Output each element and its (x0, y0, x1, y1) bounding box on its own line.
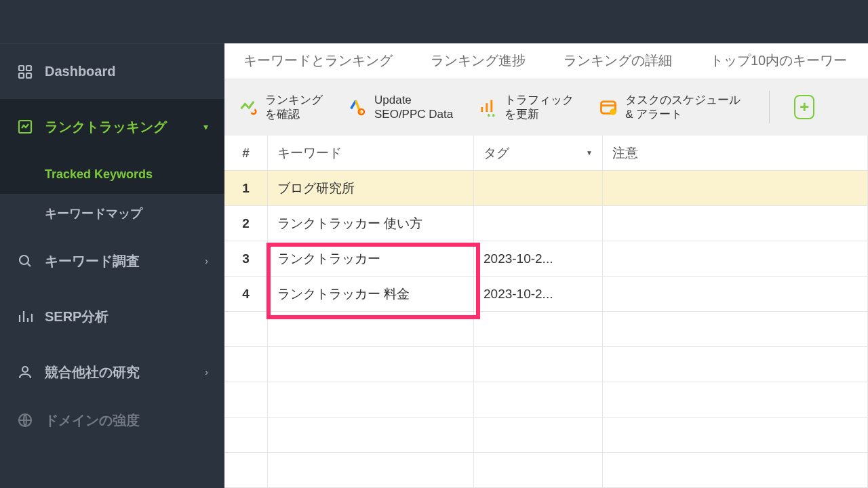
tab-keywords-ranking[interactable]: キーワードとランキング (224, 43, 412, 79)
table-row[interactable]: 3 ランクトラッカー 2023-10-2... (224, 241, 868, 277)
globe-icon (16, 411, 34, 429)
nav-dashboard[interactable]: Dashboard (0, 43, 224, 99)
tab-top10[interactable]: トップ10内のキーワー (691, 43, 866, 79)
cell-num: 1 (224, 171, 268, 205)
toolbar: ランキングを確認 UpdateSEO/PPC Data トラフィックを更新 タス… (224, 79, 868, 136)
nav-label: 競合他社の研究 (45, 363, 205, 382)
chevron-right-icon: › (205, 256, 208, 266)
update-traffic-button[interactable]: トラフィックを更新 (477, 93, 574, 122)
tool-label: ランキングを確認 (265, 93, 323, 122)
dropdown-icon: ▼ (586, 149, 593, 157)
tab-label: トップ10内のキーワー (710, 52, 847, 70)
cell-num: 2 (224, 206, 268, 241)
table-row[interactable]: 4 ランクトラッカー 料金 2023-10-2... (224, 277, 868, 312)
tab-ranking-progress[interactable]: ランキング進捗 (412, 43, 545, 79)
refresh-icon (347, 97, 368, 117)
traffic-icon (477, 97, 498, 117)
nav-rank-tracking[interactable]: ランクトラッキング ▾ (0, 99, 224, 155)
add-button[interactable]: + (794, 95, 814, 119)
cell-note (603, 171, 868, 205)
table-row (224, 382, 868, 418)
cell-keyword: ブログ研究所 (268, 171, 474, 205)
nav-keyword-research[interactable]: キーワード調査 › (0, 233, 224, 289)
check-ranking-button[interactable]: ランキングを確認 (238, 93, 323, 122)
svg-point-19 (610, 109, 616, 115)
table-row (224, 347, 868, 382)
cell-note (603, 277, 868, 311)
nav-label: Dashboard (45, 64, 208, 79)
nav-label: キーワード調査 (45, 252, 205, 270)
dashboard-icon (16, 63, 34, 81)
col-keyword[interactable]: キーワード (268, 136, 474, 170)
tool-label: トラフィックを更新 (505, 93, 574, 122)
nav-serp[interactable]: SERP分析 (0, 289, 224, 344)
sidebar: Dashboard ランクトラッキング ▾ Tracked Keywords キ… (0, 43, 224, 488)
top-bar (0, 0, 868, 43)
svg-point-11 (22, 367, 28, 372)
cell-tag (474, 206, 603, 241)
table-header: # キーワード タグ▼ 注意 (224, 136, 868, 171)
col-note[interactable]: 注意 (603, 136, 868, 170)
sidebar-item-tracked-keywords[interactable]: Tracked Keywords (0, 155, 224, 194)
separator (769, 91, 770, 123)
tab-label: ランキング進捗 (431, 52, 526, 70)
table-row (224, 312, 868, 347)
plus-icon: + (800, 98, 809, 117)
col-number[interactable]: # (224, 136, 268, 170)
ranking-icon (238, 97, 258, 117)
cell-keyword: ランクトラッカー (268, 241, 474, 276)
cell-tag: 2023-10-2... (474, 277, 603, 311)
calendar-icon (598, 97, 618, 117)
sidebar-item-label: Tracked Keywords (45, 167, 153, 182)
tabs: キーワードとランキング ランキング進捗 ランキングの詳細 トップ10内のキーワー (224, 43, 868, 79)
cell-tag: 2023-10-2... (474, 241, 603, 276)
bar-chart-icon (16, 308, 34, 325)
svg-point-5 (20, 256, 28, 264)
chevron-down-icon: ▾ (203, 121, 208, 132)
main-panel: キーワードとランキング ランキング進捗 ランキングの詳細 トップ10内のキーワー… (224, 43, 868, 488)
nav-label: SERP分析 (45, 308, 208, 326)
svg-line-6 (28, 264, 31, 267)
keyword-table: # キーワード タグ▼ 注意 1 ブログ研究所 2 ランクトラッカー 使い方 3… (224, 136, 868, 488)
svg-rect-3 (26, 73, 31, 78)
table-row[interactable]: 1 ブログ研究所 (224, 171, 868, 206)
svg-rect-0 (19, 66, 24, 70)
search-icon (16, 252, 34, 270)
table-row[interactable]: 2 ランクトラッカー 使い方 (224, 206, 868, 241)
nav-label: ランクトラッキング (45, 118, 203, 136)
tab-label: キーワードとランキング (243, 52, 393, 70)
cell-note (603, 206, 868, 241)
cell-keyword: ランクトラッカー 料金 (268, 277, 474, 311)
tool-label: UpdateSEO/PPC Data (374, 93, 453, 122)
nav-domain-strength[interactable]: ドメインの強度 (0, 400, 224, 441)
tab-ranking-detail[interactable]: ランキングの詳細 (545, 43, 691, 79)
chart-icon (16, 118, 34, 136)
cell-note (603, 241, 868, 276)
task-schedule-button[interactable]: タスクのスケジュール& アラート (598, 93, 741, 122)
svg-rect-2 (19, 73, 24, 78)
tool-label: タスクのスケジュール& アラート (625, 93, 741, 122)
sidebar-item-keyword-map[interactable]: キーワードマップ (0, 194, 224, 233)
nav-label: ドメインの強度 (45, 411, 208, 430)
cell-tag (474, 171, 603, 205)
person-icon (16, 363, 34, 381)
col-tag[interactable]: タグ▼ (474, 136, 603, 170)
tab-label: ランキングの詳細 (564, 52, 672, 70)
cell-num: 3 (224, 241, 268, 276)
nav-competitor[interactable]: 競合他社の研究 › (0, 344, 224, 400)
sidebar-item-label: キーワードマップ (45, 205, 142, 222)
table-row (224, 418, 868, 453)
svg-point-13 (359, 109, 364, 115)
update-seo-button[interactable]: UpdateSEO/PPC Data (347, 93, 453, 122)
chevron-right-icon: › (205, 367, 208, 378)
cell-keyword: ランクトラッカー 使い方 (268, 206, 474, 241)
svg-rect-1 (26, 66, 31, 70)
table-row (224, 453, 868, 488)
cell-num: 4 (224, 277, 268, 311)
